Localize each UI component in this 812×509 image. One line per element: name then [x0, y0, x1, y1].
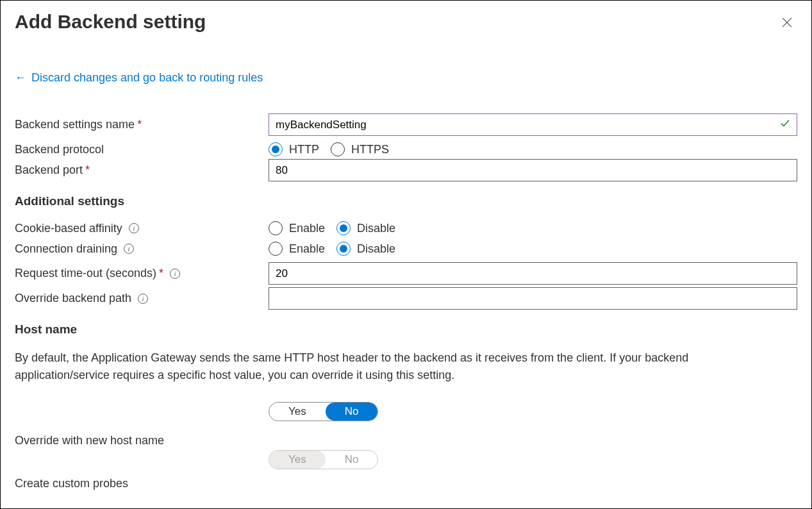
- label-request-timeout: Request time-out (seconds) * i: [15, 267, 269, 280]
- radio-circle-icon: [336, 242, 351, 256]
- row-cookie-affinity: Cookie-based affinity i Enable Disable: [15, 221, 797, 235]
- toggle-yes-disabled: Yes: [269, 451, 326, 469]
- toggle-no[interactable]: No: [326, 403, 378, 421]
- backend-port-input[interactable]: [269, 159, 797, 181]
- toggle-yes[interactable]: Yes: [269, 403, 326, 421]
- discard-link-text: Discard changes and go back to routing r…: [31, 71, 263, 85]
- protocol-radio-group: HTTP HTTPS: [269, 142, 389, 156]
- section-host-name: Host name: [15, 322, 797, 337]
- connection-draining-radio-group: Enable Disable: [269, 242, 395, 256]
- cookie-affinity-radio-group: Enable Disable: [269, 221, 395, 235]
- toggle-no-disabled: No: [326, 451, 378, 469]
- label-connection-draining: Connection draining i: [15, 242, 269, 256]
- label-backend-name: Backend settings name *: [15, 118, 269, 131]
- radio-draining-disable[interactable]: Disable: [336, 242, 395, 256]
- discard-link[interactable]: ← Discard changes and go back to routing…: [15, 71, 263, 85]
- row-backend-protocol: Backend protocol HTTP HTTPS: [15, 142, 797, 156]
- row-custom-probes-toggle: Yes No: [15, 450, 797, 469]
- radio-cookie-disable[interactable]: Disable: [336, 221, 395, 235]
- radio-https[interactable]: HTTPS: [331, 142, 389, 156]
- radio-circle-icon: [336, 221, 351, 235]
- hostname-description: By default, the Application Gateway send…: [15, 349, 745, 384]
- radio-circle-icon: [269, 242, 283, 256]
- required-marker: *: [85, 163, 90, 177]
- row-override-path: Override backend path i: [15, 287, 797, 310]
- label-override-path: Override backend path i: [15, 292, 269, 305]
- info-icon[interactable]: i: [138, 294, 148, 304]
- section-additional-settings: Additional settings: [15, 194, 797, 208]
- info-icon[interactable]: i: [124, 244, 134, 254]
- close-button[interactable]: [777, 12, 797, 36]
- radio-circle-icon: [269, 142, 283, 156]
- custom-probes-toggle: Yes No: [269, 450, 378, 469]
- label-create-probes: Create custom probes: [15, 477, 269, 490]
- row-override-hostname-label: Override with new host name: [15, 434, 797, 447]
- row-request-timeout: Request time-out (seconds) * i: [15, 262, 797, 285]
- label-override-hostname: Override with new host name: [15, 434, 269, 447]
- row-backend-port: Backend port *: [15, 159, 797, 181]
- row-connection-draining: Connection draining i Enable Disable: [15, 242, 797, 256]
- override-hostname-toggle[interactable]: Yes No: [269, 402, 378, 421]
- label-backend-port: Backend port *: [15, 163, 269, 177]
- request-timeout-input[interactable]: [269, 262, 797, 285]
- required-marker: *: [159, 267, 163, 280]
- arrow-left-icon: ←: [15, 71, 26, 85]
- radio-circle-icon: [269, 221, 283, 235]
- override-path-input[interactable]: [269, 287, 797, 310]
- label-backend-protocol: Backend protocol: [15, 143, 269, 156]
- close-icon: [782, 17, 792, 28]
- radio-circle-icon: [331, 142, 345, 156]
- row-create-probes-label: Create custom probes: [15, 477, 797, 490]
- info-icon[interactable]: i: [129, 223, 139, 233]
- radio-draining-enable[interactable]: Enable: [269, 242, 325, 256]
- page-title: Add Backend setting: [15, 11, 206, 33]
- add-backend-setting-panel: Add Backend setting ← Discard changes an…: [0, 0, 812, 509]
- row-override-toggle: Yes No: [15, 402, 797, 421]
- backend-name-input[interactable]: [269, 113, 797, 136]
- row-backend-name: Backend settings name *: [15, 113, 797, 136]
- info-icon[interactable]: i: [170, 269, 180, 279]
- required-marker: *: [137, 118, 142, 131]
- header-row: Add Backend setting: [15, 8, 797, 71]
- label-cookie-affinity: Cookie-based affinity i: [15, 222, 269, 235]
- radio-http[interactable]: HTTP: [269, 142, 319, 156]
- radio-cookie-enable[interactable]: Enable: [269, 221, 325, 235]
